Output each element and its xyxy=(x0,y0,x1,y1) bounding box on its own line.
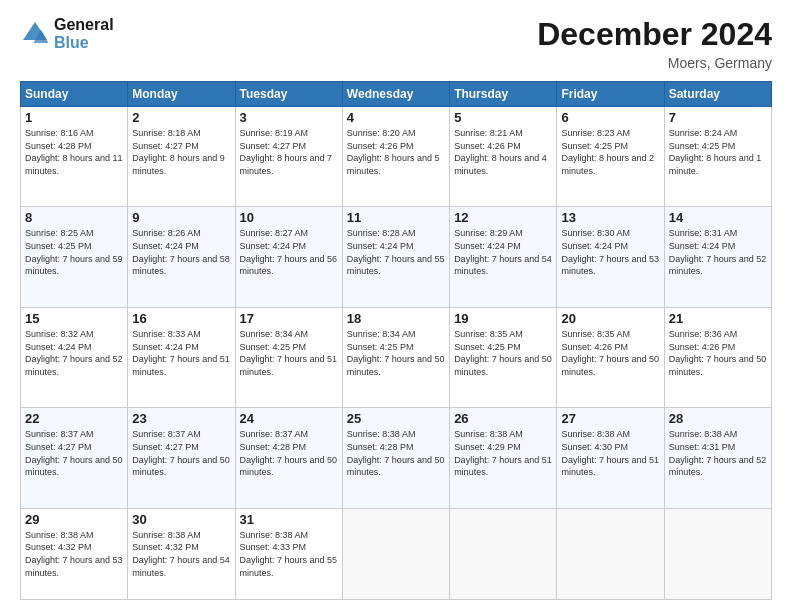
day-info: Sunrise: 8:34 AMSunset: 4:25 PMDaylight:… xyxy=(347,328,445,378)
table-row: 12Sunrise: 8:29 AMSunset: 4:24 PMDayligh… xyxy=(450,207,557,307)
day-number: 17 xyxy=(240,311,338,326)
day-info: Sunrise: 8:31 AMSunset: 4:24 PMDaylight:… xyxy=(669,227,767,277)
logo-icon xyxy=(20,19,50,49)
table-row: 31Sunrise: 8:38 AMSunset: 4:33 PMDayligh… xyxy=(235,508,342,599)
table-row: 3Sunrise: 8:19 AMSunset: 4:27 PMDaylight… xyxy=(235,107,342,207)
table-row: 15Sunrise: 8:32 AMSunset: 4:24 PMDayligh… xyxy=(21,307,128,407)
day-number: 1 xyxy=(25,110,123,125)
subtitle: Moers, Germany xyxy=(537,55,772,71)
table-row: 2Sunrise: 8:18 AMSunset: 4:27 PMDaylight… xyxy=(128,107,235,207)
day-number: 7 xyxy=(669,110,767,125)
day-info: Sunrise: 8:38 AMSunset: 4:28 PMDaylight:… xyxy=(347,428,445,478)
calendar-header: Sunday Monday Tuesday Wednesday Thursday… xyxy=(21,82,772,107)
table-row: 19Sunrise: 8:35 AMSunset: 4:25 PMDayligh… xyxy=(450,307,557,407)
table-row xyxy=(450,508,557,599)
day-info: Sunrise: 8:38 AMSunset: 4:30 PMDaylight:… xyxy=(561,428,659,478)
table-row: 22Sunrise: 8:37 AMSunset: 4:27 PMDayligh… xyxy=(21,408,128,508)
day-info: Sunrise: 8:35 AMSunset: 4:26 PMDaylight:… xyxy=(561,328,659,378)
col-tuesday: Tuesday xyxy=(235,82,342,107)
day-number: 19 xyxy=(454,311,552,326)
day-number: 3 xyxy=(240,110,338,125)
table-row: 20Sunrise: 8:35 AMSunset: 4:26 PMDayligh… xyxy=(557,307,664,407)
table-row: 5Sunrise: 8:21 AMSunset: 4:26 PMDaylight… xyxy=(450,107,557,207)
col-saturday: Saturday xyxy=(664,82,771,107)
day-number: 29 xyxy=(25,512,123,527)
day-info: Sunrise: 8:21 AMSunset: 4:26 PMDaylight:… xyxy=(454,127,552,177)
table-row: 6Sunrise: 8:23 AMSunset: 4:25 PMDaylight… xyxy=(557,107,664,207)
table-row: 23Sunrise: 8:37 AMSunset: 4:27 PMDayligh… xyxy=(128,408,235,508)
day-number: 15 xyxy=(25,311,123,326)
day-number: 30 xyxy=(132,512,230,527)
day-info: Sunrise: 8:36 AMSunset: 4:26 PMDaylight:… xyxy=(669,328,767,378)
day-info: Sunrise: 8:37 AMSunset: 4:27 PMDaylight:… xyxy=(132,428,230,478)
main-title: December 2024 xyxy=(537,16,772,53)
day-number: 22 xyxy=(25,411,123,426)
table-row: 25Sunrise: 8:38 AMSunset: 4:28 PMDayligh… xyxy=(342,408,449,508)
day-info: Sunrise: 8:38 AMSunset: 4:33 PMDaylight:… xyxy=(240,529,338,579)
day-number: 21 xyxy=(669,311,767,326)
table-row: 18Sunrise: 8:34 AMSunset: 4:25 PMDayligh… xyxy=(342,307,449,407)
day-info: Sunrise: 8:16 AMSunset: 4:28 PMDaylight:… xyxy=(25,127,123,177)
day-info: Sunrise: 8:38 AMSunset: 4:32 PMDaylight:… xyxy=(132,529,230,579)
col-wednesday: Wednesday xyxy=(342,82,449,107)
day-info: Sunrise: 8:38 AMSunset: 4:32 PMDaylight:… xyxy=(25,529,123,579)
calendar-body: 1Sunrise: 8:16 AMSunset: 4:28 PMDaylight… xyxy=(21,107,772,600)
logo: General Blue xyxy=(20,16,114,51)
col-sunday: Sunday xyxy=(21,82,128,107)
day-info: Sunrise: 8:28 AMSunset: 4:24 PMDaylight:… xyxy=(347,227,445,277)
table-row xyxy=(557,508,664,599)
day-number: 25 xyxy=(347,411,445,426)
day-number: 2 xyxy=(132,110,230,125)
day-number: 18 xyxy=(347,311,445,326)
day-info: Sunrise: 8:26 AMSunset: 4:24 PMDaylight:… xyxy=(132,227,230,277)
logo-text: General Blue xyxy=(54,16,114,51)
day-number: 23 xyxy=(132,411,230,426)
day-number: 13 xyxy=(561,210,659,225)
day-info: Sunrise: 8:19 AMSunset: 4:27 PMDaylight:… xyxy=(240,127,338,177)
table-row: 10Sunrise: 8:27 AMSunset: 4:24 PMDayligh… xyxy=(235,207,342,307)
table-row xyxy=(664,508,771,599)
day-number: 11 xyxy=(347,210,445,225)
day-info: Sunrise: 8:20 AMSunset: 4:26 PMDaylight:… xyxy=(347,127,445,177)
day-number: 4 xyxy=(347,110,445,125)
table-row: 27Sunrise: 8:38 AMSunset: 4:30 PMDayligh… xyxy=(557,408,664,508)
table-row: 16Sunrise: 8:33 AMSunset: 4:24 PMDayligh… xyxy=(128,307,235,407)
header-row: Sunday Monday Tuesday Wednesday Thursday… xyxy=(21,82,772,107)
day-info: Sunrise: 8:29 AMSunset: 4:24 PMDaylight:… xyxy=(454,227,552,277)
table-row: 28Sunrise: 8:38 AMSunset: 4:31 PMDayligh… xyxy=(664,408,771,508)
day-number: 27 xyxy=(561,411,659,426)
day-info: Sunrise: 8:37 AMSunset: 4:28 PMDaylight:… xyxy=(240,428,338,478)
day-info: Sunrise: 8:37 AMSunset: 4:27 PMDaylight:… xyxy=(25,428,123,478)
table-row: 4Sunrise: 8:20 AMSunset: 4:26 PMDaylight… xyxy=(342,107,449,207)
day-info: Sunrise: 8:27 AMSunset: 4:24 PMDaylight:… xyxy=(240,227,338,277)
table-row: 1Sunrise: 8:16 AMSunset: 4:28 PMDaylight… xyxy=(21,107,128,207)
table-row: 21Sunrise: 8:36 AMSunset: 4:26 PMDayligh… xyxy=(664,307,771,407)
table-row: 7Sunrise: 8:24 AMSunset: 4:25 PMDaylight… xyxy=(664,107,771,207)
day-info: Sunrise: 8:35 AMSunset: 4:25 PMDaylight:… xyxy=(454,328,552,378)
day-info: Sunrise: 8:33 AMSunset: 4:24 PMDaylight:… xyxy=(132,328,230,378)
day-number: 10 xyxy=(240,210,338,225)
day-number: 14 xyxy=(669,210,767,225)
day-number: 24 xyxy=(240,411,338,426)
table-row: 30Sunrise: 8:38 AMSunset: 4:32 PMDayligh… xyxy=(128,508,235,599)
col-monday: Monday xyxy=(128,82,235,107)
day-number: 12 xyxy=(454,210,552,225)
title-block: December 2024 Moers, Germany xyxy=(537,16,772,71)
table-row: 17Sunrise: 8:34 AMSunset: 4:25 PMDayligh… xyxy=(235,307,342,407)
col-thursday: Thursday xyxy=(450,82,557,107)
day-number: 31 xyxy=(240,512,338,527)
day-number: 26 xyxy=(454,411,552,426)
day-number: 20 xyxy=(561,311,659,326)
day-info: Sunrise: 8:38 AMSunset: 4:29 PMDaylight:… xyxy=(454,428,552,478)
table-row xyxy=(342,508,449,599)
header: General Blue December 2024 Moers, German… xyxy=(20,16,772,71)
day-number: 9 xyxy=(132,210,230,225)
page: General Blue December 2024 Moers, German… xyxy=(0,0,792,612)
day-info: Sunrise: 8:32 AMSunset: 4:24 PMDaylight:… xyxy=(25,328,123,378)
day-info: Sunrise: 8:24 AMSunset: 4:25 PMDaylight:… xyxy=(669,127,767,177)
table-row: 11Sunrise: 8:28 AMSunset: 4:24 PMDayligh… xyxy=(342,207,449,307)
col-friday: Friday xyxy=(557,82,664,107)
day-number: 16 xyxy=(132,311,230,326)
table-row: 14Sunrise: 8:31 AMSunset: 4:24 PMDayligh… xyxy=(664,207,771,307)
day-number: 6 xyxy=(561,110,659,125)
